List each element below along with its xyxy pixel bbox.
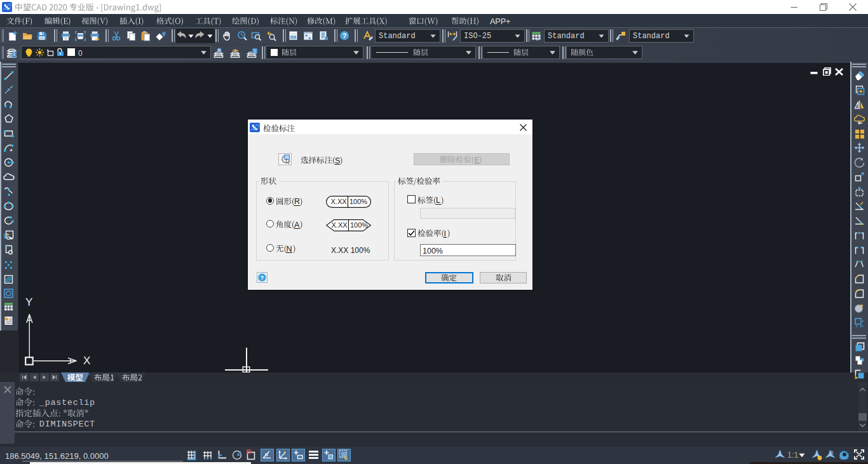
svg-text:100%: 100% bbox=[350, 221, 368, 229]
svg-text:100%: 100% bbox=[349, 198, 367, 205]
svg-text:X.XX: X.XX bbox=[331, 198, 348, 205]
svg-text:X.XX: X.XX bbox=[332, 221, 348, 229]
svg-text:?: ? bbox=[342, 32, 347, 39]
svg-text:?: ? bbox=[261, 274, 264, 281]
